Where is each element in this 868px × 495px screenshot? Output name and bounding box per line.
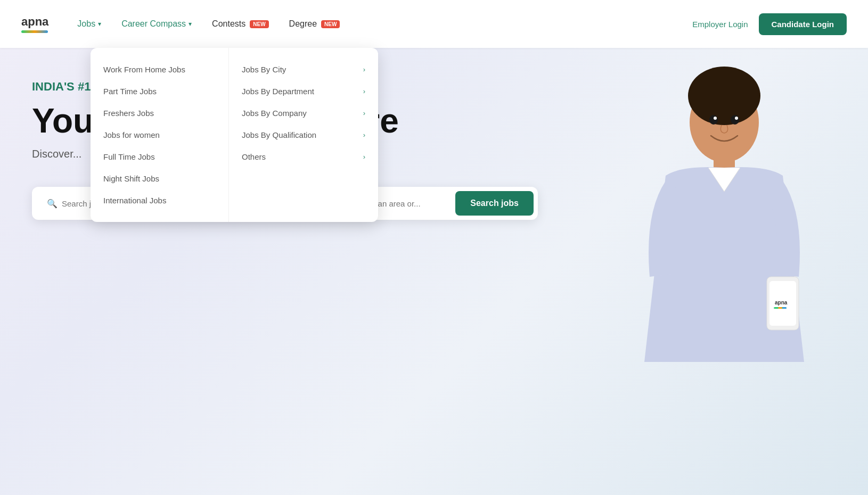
dropdown-item-international[interactable]: International Jobs (91, 189, 228, 211)
dropdown-item-bycity[interactable]: Jobs By City › (229, 59, 378, 80)
nav-item-degree[interactable]: Degree NEW (282, 15, 348, 33)
nav-degree-label: Degree (289, 19, 317, 29)
search-job-icon: 🔍 (47, 199, 58, 209)
search-jobs-button[interactable]: Search jobs (455, 191, 534, 216)
jobs-dropdown: Work From Home Jobs Part Time Jobs Fresh… (91, 48, 378, 222)
contests-badge: NEW (250, 20, 268, 28)
others-arrow-icon: › (363, 153, 365, 161)
dropdown-item-others[interactable]: Others › (229, 146, 378, 168)
logo[interactable]: apna (21, 15, 48, 33)
svg-point-10 (731, 115, 739, 125)
byqual-arrow-icon: › (363, 131, 365, 139)
dropdown-item-bydept[interactable]: Jobs By Department › (229, 80, 378, 102)
dropdown-left-panel: Work From Home Jobs Part Time Jobs Fresh… (91, 48, 229, 222)
header: apna Jobs ▾ Career Compass ▾ Contests NE… (0, 0, 868, 48)
dropdown-item-nightshift[interactable]: Night Shift Jobs (91, 168, 228, 189)
nav-item-jobs[interactable]: Jobs ▾ (70, 15, 109, 33)
nav-career-label: Career Compass (121, 19, 186, 29)
employer-login-link[interactable]: Employer Login (692, 20, 748, 29)
dropdown-item-women[interactable]: Jobs for women (91, 124, 228, 146)
svg-point-1 (688, 67, 760, 125)
svg-point-12 (735, 117, 738, 120)
dropdown-item-wfh[interactable]: Work From Home Jobs (91, 59, 228, 80)
dropdown-item-bycompany[interactable]: Jobs By Company › (229, 102, 378, 124)
header-right: Employer Login Candidate Login (692, 13, 847, 35)
dropdown-item-freshers[interactable]: Freshers Jobs (91, 102, 228, 124)
bydept-arrow-icon: › (363, 87, 365, 95)
nav-item-contests[interactable]: Contests NEW (204, 15, 276, 33)
svg-point-9 (709, 115, 718, 125)
dropdown-item-parttime[interactable]: Part Time Jobs (91, 80, 228, 102)
svg-rect-7 (778, 307, 782, 309)
bycity-arrow-icon: › (363, 65, 365, 73)
nav-contests-label: Contests (212, 19, 245, 29)
svg-rect-8 (782, 307, 787, 309)
main-nav: Jobs ▾ Career Compass ▾ Contests NEW Deg… (70, 15, 692, 33)
nav-jobs-label: Jobs (77, 19, 95, 29)
degree-badge: NEW (321, 20, 340, 28)
dropdown-item-fulltime[interactable]: Full Time Jobs (91, 146, 228, 168)
logo-bar (21, 30, 48, 33)
svg-text:apna: apna (775, 300, 788, 306)
nav-item-career-compass[interactable]: Career Compass ▾ (114, 15, 199, 33)
bycompany-arrow-icon: › (363, 109, 365, 117)
dropdown-item-byqual[interactable]: Jobs By Qualification › (229, 124, 378, 146)
logo-text: apna (21, 15, 48, 29)
hero-title-you: You (32, 102, 94, 140)
hero-person-image: apna (602, 53, 847, 426)
jobs-chevron-icon: ▾ (98, 20, 101, 28)
dropdown-right-panel: Jobs By City › Jobs By Department › Jobs… (229, 48, 378, 222)
career-chevron-icon: ▾ (189, 20, 192, 28)
svg-point-11 (714, 117, 717, 120)
candidate-login-button[interactable]: Candidate Login (759, 13, 847, 35)
